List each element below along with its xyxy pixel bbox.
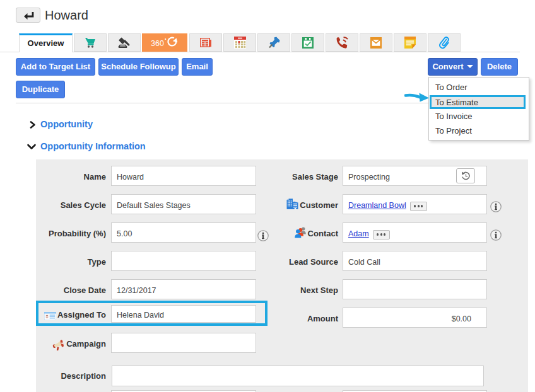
svg-text:360: 360: [151, 38, 164, 47]
